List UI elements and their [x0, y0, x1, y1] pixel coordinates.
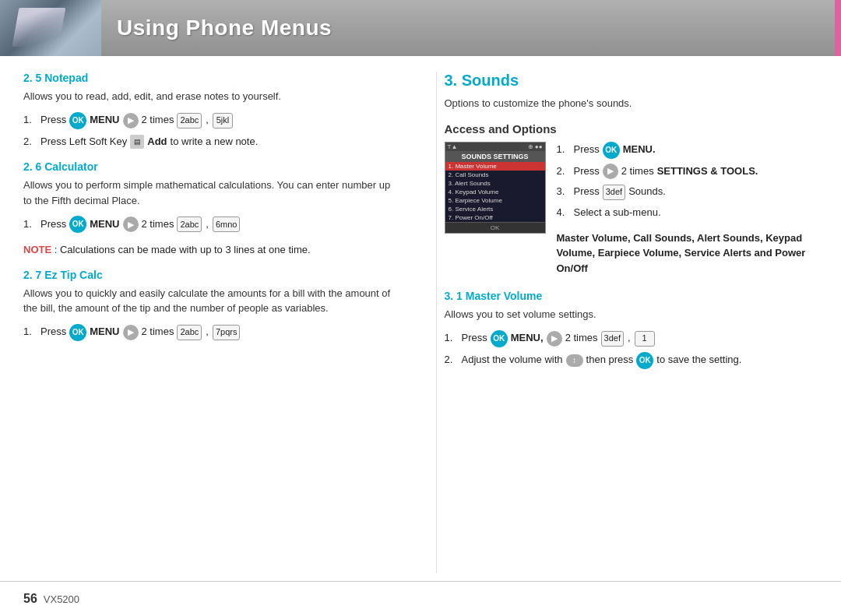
add-label-25: Add	[147, 134, 167, 150]
phone-menu-item-7: 7. Power On/Off	[445, 213, 545, 222]
section-26-note: NOTE : Calculations can be made with up …	[23, 242, 397, 258]
access-options-steps: 1. Press OK MENU. 2. Press ▶ 2 times SET…	[557, 142, 818, 280]
page-number: 56	[23, 592, 37, 606]
ok-button-31-2: OK	[636, 352, 653, 369]
access-step3: 3. Press 3def Sounds.	[557, 184, 818, 200]
nav-button-27-1: ▶	[123, 325, 139, 340]
section-25-title: 2. 5 Notepad	[23, 72, 397, 84]
model-name: VX5200	[44, 593, 79, 605]
section-27-desc: Allows you to quickly and easily calcula…	[23, 286, 397, 316]
phone-menu-item-2: 2. Call Sounds	[445, 171, 545, 179]
nav-button-25-1: ▶	[123, 113, 139, 128]
section-31-master-volume: 3. 1 Master Volume Allows you to set vol…	[445, 290, 818, 369]
ok-button-access-1: OK	[603, 142, 620, 159]
page-title: Using Phone Menus	[101, 16, 332, 40]
key-2abc-26: 2abc	[177, 216, 202, 232]
submenu-desc: Master Volume, Call Sounds, Alert Sounds…	[557, 231, 818, 276]
section-25-step1: 1. Press OK MENU ▶ 2 times 2abc , 5jkl	[23, 112, 397, 129]
section-25-desc: Allows you to read, add, edit, and erase…	[23, 89, 397, 104]
left-column: 2. 5 Notepad Allows you to read, add, ed…	[23, 72, 413, 573]
ok-button-31-1: OK	[491, 330, 508, 347]
section-31-step2: 2. Adjust the volume with ↕ then press O…	[445, 352, 818, 369]
phone-soft-key: OK	[445, 222, 545, 233]
menu-label-25-1: MENU	[90, 112, 119, 128]
phone-menu-item-4: 4. Keypad Volume	[445, 188, 545, 196]
phone-menu-item-5: 5. Earpiece Volume	[445, 196, 545, 205]
menu-label-access-1: MENU.	[623, 142, 656, 158]
menu-label-27-1: MENU	[90, 324, 119, 340]
section-27-title: 2. 7 Ez Tip Calc	[23, 269, 397, 281]
section-26-calculator: 2. 6 Calculator Allows you to perform si…	[23, 160, 397, 258]
note-text-26: : Calculations can be made with up to 3 …	[55, 244, 311, 255]
section-26-desc: Allows you to perform simple mathematica…	[23, 178, 397, 208]
page-header: Using Phone Menus	[0, 0, 841, 56]
access-step1: 1. Press OK MENU.	[557, 142, 818, 159]
section-27-step1: 1. Press OK MENU ▶ 2 times 2abc , 7pqrs	[23, 324, 397, 341]
scroll-button-31: ↕	[566, 354, 583, 367]
phone-status-bar: T▲ ⊕ ●●	[445, 143, 545, 151]
settings-tools-label: SETTINGS & TOOLS.	[657, 164, 758, 180]
key-2abc-25: 2abc	[177, 113, 202, 128]
key-7pqrs-27: 7pqrs	[213, 325, 241, 340]
note-label-26: NOTE	[23, 244, 51, 255]
access-options-title: Access and Options	[445, 122, 818, 136]
key-1-31: 1	[635, 331, 655, 347]
section-31-desc: Allows you to set volume settings.	[445, 307, 818, 322]
phone-menu-item-3: 3. Alert Sounds	[445, 179, 545, 188]
section-3-title: 3. Sounds	[445, 72, 818, 90]
section-3-desc: Options to customize the phone's sounds.	[445, 96, 818, 111]
header-image	[0, 0, 101, 56]
key-6mno-26: 6mno	[213, 216, 241, 232]
phone-title-bar: SOUNDS SETTINGS	[445, 151, 545, 162]
access-step4: 4. Select a sub-menu.	[557, 205, 818, 221]
menu-label-26-1: MENU	[90, 216, 119, 233]
section-26-step1: 1. Press OK MENU ▶ 2 times 2abc , 6mno	[23, 216, 397, 233]
access-step2: 2. Press ▶ 2 times SETTINGS & TOOLS.	[557, 164, 818, 180]
section-31-title: 3. 1 Master Volume	[445, 290, 818, 302]
nav-button-31-1: ▶	[547, 331, 562, 347]
section-25-step2: 2. Press Left Soft Key ▤ Add to write a …	[23, 134, 397, 150]
nav-button-26-1: ▶	[123, 216, 139, 232]
phone-menu-item-1: 1. Master Volume	[445, 162, 545, 171]
soft-key-icon-25: ▤	[130, 135, 144, 149]
phone-menu-item-6: 6. Service Alerts	[445, 205, 545, 213]
access-options-section: Access and Options T▲ ⊕ ●● SOUNDS SETTIN…	[445, 122, 818, 280]
key-3def-access: 3def	[603, 185, 625, 200]
section-3-sounds: 3. Sounds Options to customize the phone…	[445, 72, 818, 111]
header-accent-bar	[835, 0, 841, 56]
section-27-eztip: 2. 7 Ez Tip Calc Allows you to quickly a…	[23, 269, 397, 341]
nav-button-access-2: ▶	[603, 164, 618, 179]
main-content: 2. 5 Notepad Allows you to read, add, ed…	[0, 56, 841, 581]
ok-button-26-1: OK	[69, 216, 86, 233]
right-column: 3. Sounds Options to customize the phone…	[436, 72, 818, 573]
section-25-notepad: 2. 5 Notepad Allows you to read, add, ed…	[23, 72, 397, 150]
key-5jkl-25: 5jkl	[213, 113, 233, 128]
access-options-row: T▲ ⊕ ●● SOUNDS SETTINGS 1. Master Volume…	[445, 142, 818, 280]
section-26-title: 2. 6 Calculator	[23, 160, 397, 173]
ok-button-27-1: OK	[69, 324, 86, 341]
ok-button-25-1: OK	[69, 112, 86, 129]
key-3def-31: 3def	[601, 331, 624, 347]
menu-label-31-1: MENU,	[511, 330, 544, 347]
key-2abc-27: 2abc	[177, 325, 202, 340]
page-footer: 56 VX5200	[0, 581, 841, 616]
section-31-step1: 1. Press OK MENU, ▶ 2 times 3def , 1	[445, 330, 818, 347]
phone-screen-image: T▲ ⊕ ●● SOUNDS SETTINGS 1. Master Volume…	[445, 142, 546, 234]
